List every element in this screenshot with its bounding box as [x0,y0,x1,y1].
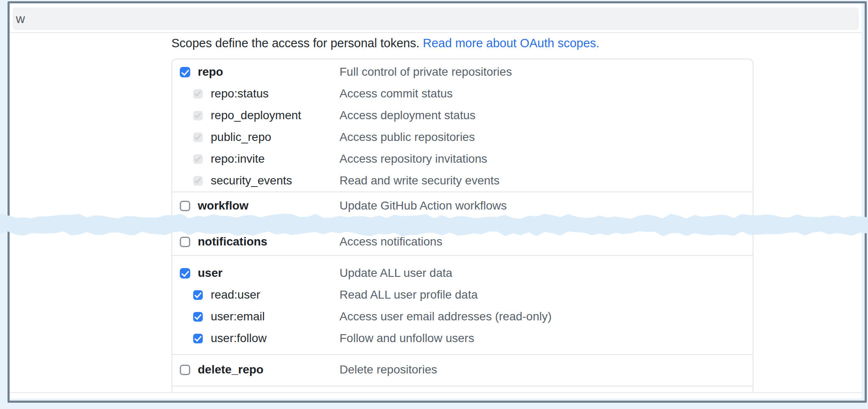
scope-description: Access commit status [340,87,453,100]
scope-description: Delete repositories [340,363,437,376]
scope-label: repo:invite [211,152,265,166]
scope-label: repo [198,65,223,79]
scopes-hint-text: Scopes define the access for personal to… [171,36,423,50]
scope-description: Read and write security events [340,174,500,187]
checkbox-notifications[interactable] [180,237,190,247]
scope-label: user:follow [211,332,267,345]
checkbox-security_events [193,176,203,186]
checkbox-user:follow[interactable] [193,334,203,343]
checkbox-user[interactable] [180,268,190,279]
oauth-scopes-link[interactable]: Read more about OAuth scopes. [423,36,599,50]
checkbox-repo:status [193,89,203,99]
note-input-value: w [16,12,25,26]
scope-group-workflow: workflowUpdate GitHub Action workflows [172,192,753,219]
scope-description: Access deployment status [340,109,475,122]
scope-row-workflow: workflowUpdate GitHub Action workflows [172,195,753,217]
scope-row-delete_repo: delete_repoDelete repositories [172,359,753,381]
scope-row-public_repo: public_repoAccess public repositories [172,126,753,148]
scope-description: Access repository invitations [340,152,487,166]
scope-row-user:email: user:emailAccess user email addresses (r… [172,306,753,327]
scope-description: Access public repositories [340,130,475,144]
scope-group-repo: repoFull control of private repositories… [172,59,753,192]
checkbox-user:email[interactable] [193,312,203,322]
scope-description: Access user email addresses (read-only) [340,310,551,323]
scope-row-repo_deployment: repo_deploymentAccess deployment status [172,105,753,126]
note-input[interactable]: w [13,8,859,30]
scope-row-cutoff [172,386,753,392]
scopes-box: repoFull control of private repositories… [171,59,753,392]
scope-label: user:email [211,310,265,323]
scope-description: Full control of private repositories [340,65,512,79]
scope-row-repo: repoFull control of private repositories [172,61,753,83]
checkbox-workflow[interactable] [180,201,190,211]
scopes-hint: Scopes define the access for personal to… [171,35,600,51]
scope-row-security_events: security_eventsRead and write security e… [172,170,753,192]
scope-row-read:user: read:userRead ALL user profile data [172,284,753,306]
topbar-divider [10,32,862,33]
checkbox-public_repo [193,133,203,142]
scope-label: security_events [211,174,292,187]
scope-description: Update GitHub Action workflows [340,199,507,212]
scope-groups: repoFull control of private repositories… [172,59,753,386]
checkbox-read:user[interactable] [193,290,203,300]
scope-label: public_repo [211,130,271,144]
scope-description: Follow and unfollow users [340,332,474,345]
scope-row-repo:status: repo:statusAccess commit status [172,83,753,105]
scope-row-user:follow: user:followFollow and unfollow users [172,327,753,349]
scope-label: workflow [198,199,248,212]
content-bottom-divider [10,392,862,393]
scope-label: repo:status [211,87,269,100]
scope-label: read:user [211,288,260,302]
scope-description: Access notifications [340,235,442,248]
scope-label: repo_deployment [211,109,301,122]
scope-row-user: userUpdate ALL user data [172,262,753,284]
scope-row-repo:invite: repo:inviteAccess repository invitations [172,148,753,170]
scope-row-notifications: notificationsAccess notifications [172,231,753,253]
scope-group-delete_repo: delete_repoDelete repositories [172,354,753,386]
checkbox-repo_deployment [193,111,203,120]
checkbox-repo[interactable] [180,67,190,77]
scope-label: notifications [198,235,267,248]
checkbox-repo:invite [193,154,203,164]
scope-group-notifications: notificationsAccess notifications [172,219,753,255]
checkbox-delete_repo[interactable] [180,365,190,375]
scope-label: delete_repo [198,363,263,376]
scope-description: Read ALL user profile data [340,288,478,302]
scope-label: user [198,266,222,280]
scope-group-user: userUpdate ALL user dataread:userRead AL… [172,255,753,354]
browser-window: w Scopes define the access for personal … [10,3,862,399]
scope-description: Update ALL user data [340,266,452,280]
